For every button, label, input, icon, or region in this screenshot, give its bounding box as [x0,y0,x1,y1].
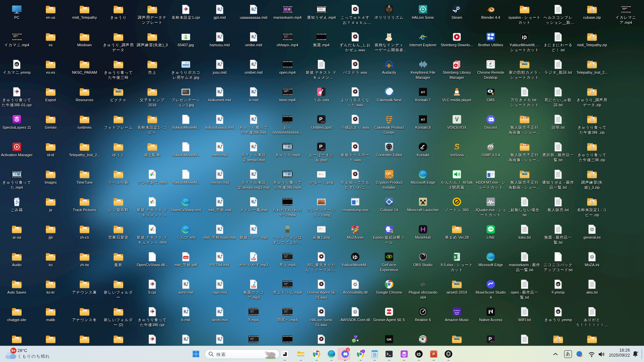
svg-text:3: 3 [347,348,348,351]
svg-text:9+: 9+ [11,349,16,353]
svg-text:ゆ: ゆ [417,352,421,357]
svg-text:P: P [432,352,435,356]
svg-text:z: z [637,351,638,354]
